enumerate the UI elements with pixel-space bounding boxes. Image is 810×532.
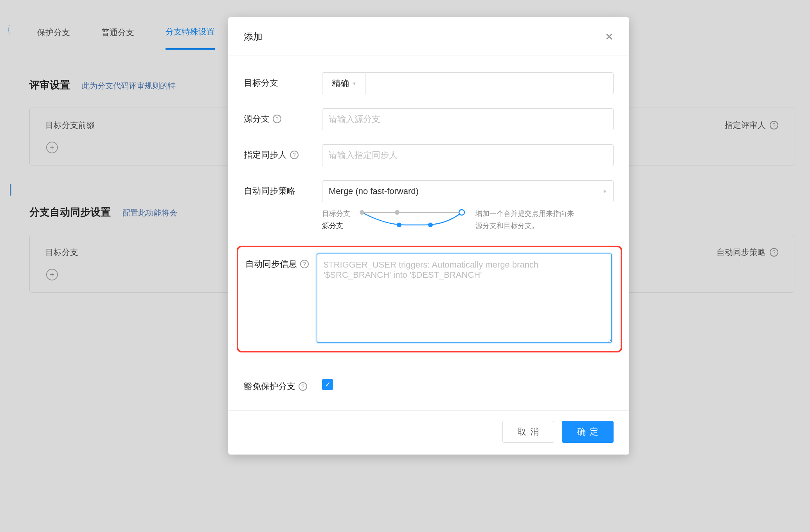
chevron-down-icon: ▾ — [603, 188, 606, 194]
match-mode-select[interactable]: 精确 ▾ — [322, 72, 365, 94]
label-strategy: 自动同步策略 — [244, 180, 322, 197]
cancel-button[interactable]: 取消 — [502, 421, 554, 443]
modal-footer: 取消 确定 — [228, 410, 629, 455]
help-icon[interactable]: ? — [273, 115, 281, 123]
row-strategy: 自动同步策略 Merge (no fast-forward) ▾ 目标分支 源分… — [244, 180, 614, 232]
match-mode-value: 精确 — [332, 77, 349, 89]
row-target-branch: 目标分支 精确 ▾ — [244, 72, 614, 94]
svg-point-2 — [395, 210, 400, 215]
strategy-value: Merge (no fast-forward) — [329, 186, 607, 196]
ok-button[interactable]: 确定 — [562, 421, 614, 443]
svg-point-3 — [459, 210, 464, 215]
row-sync-message: 自动同步信息 ? — [237, 246, 622, 352]
row-source-branch: 源分支 ? — [244, 108, 614, 130]
sync-user-input[interactable] — [322, 144, 614, 166]
sync-message-textarea[interactable] — [317, 253, 612, 343]
label-exempt: 豁免保护分支 — [244, 381, 295, 392]
chevron-down-icon: ▾ — [353, 80, 356, 86]
diagram-description: 增加一个合并提交点用来指向来源分支和目标分支。 — [475, 208, 577, 232]
label-sync-message: 自动同步信息 — [245, 258, 297, 270]
exempt-checkbox[interactable]: ✓ — [322, 379, 333, 390]
svg-point-5 — [428, 223, 433, 227]
strategy-select[interactable]: Merge (no fast-forward) ▾ — [322, 180, 614, 202]
add-modal: 添加 ✕ 目标分支 精确 ▾ 源分支 ? 指定同步人 — [228, 17, 629, 455]
merge-diagram-icon — [358, 208, 468, 228]
source-branch-input[interactable] — [322, 108, 614, 130]
modal-header: 添加 ✕ — [228, 17, 629, 56]
help-icon[interactable]: ? — [300, 260, 309, 268]
strategy-diagram: 目标分支 源分支 增加一个合并提交点用来指向来源分支和目标分支。 — [322, 208, 614, 232]
row-sync-user: 指定同步人 ? — [244, 144, 614, 166]
close-icon[interactable]: ✕ — [605, 32, 614, 42]
row-exempt: 豁免保护分支 ? ✓ — [244, 376, 614, 392]
help-icon[interactable]: ? — [290, 151, 299, 159]
help-icon[interactable]: ? — [299, 382, 307, 391]
target-branch-input[interactable] — [365, 72, 614, 94]
diagram-target-label: 目标分支 — [322, 208, 350, 220]
diagram-source-label: 源分支 — [322, 220, 350, 232]
label-source-branch: 源分支 — [244, 113, 270, 125]
label-target-branch: 目标分支 — [244, 72, 322, 89]
label-sync-user: 指定同步人 — [244, 149, 287, 161]
modal-title: 添加 — [244, 31, 263, 43]
modal-body: 目标分支 精确 ▾ 源分支 ? 指定同步人 ? — [228, 56, 629, 410]
svg-point-4 — [397, 223, 401, 227]
svg-point-1 — [360, 210, 364, 215]
